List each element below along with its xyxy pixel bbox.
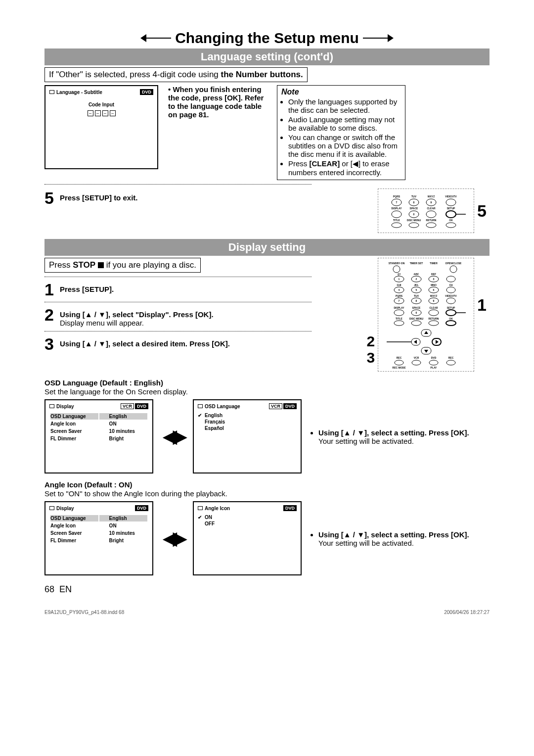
svg-text:WXYZ: WXYZ [427, 195, 434, 198]
svg-point-25 [409, 223, 419, 228]
svg-text:3: 3 [433, 278, 434, 281]
svg-text:JKL: JKL [414, 284, 418, 286]
svg-text:SETUP: SETUP [446, 306, 455, 309]
osd-lang-desc: Set the language for the On Screen displ… [44, 387, 188, 396]
svg-point-24 [392, 223, 401, 228]
svg-text:SETUP: SETUP [446, 207, 455, 210]
step-1: 1 Press [SETUP]. [44, 281, 321, 298]
svg-text:8: 8 [413, 201, 414, 204]
svg-point-71 [394, 310, 404, 316]
remote-full: STANDBY-ONTIMER SETTIMEROPEN/CLOSE @!ABC… [378, 258, 474, 372]
angle-icon-box: Angle IconDVD ON OFF [193, 501, 302, 575]
chapter-title: Changing the Setup menu [171, 30, 363, 47]
svg-point-98 [395, 360, 403, 365]
ornament-left [146, 38, 171, 39]
svg-point-84 [446, 321, 456, 326]
svg-text:DISC MENU: DISC MENU [409, 317, 423, 320]
svg-text:TUV: TUV [414, 294, 419, 297]
bidir-arrow-icon: ◀▶ [163, 426, 183, 447]
svg-point-99 [412, 360, 421, 365]
svg-point-83 [429, 321, 439, 326]
svg-text:DISPLAY: DISPLAY [391, 207, 402, 210]
svg-point-81 [394, 321, 404, 326]
svg-text:WXYZ: WXYZ [430, 294, 437, 297]
svg-text:PLAY: PLAY [430, 366, 437, 369]
svg-text:OPEN/CLOSE: OPEN/CLOSE [445, 262, 461, 265]
section-display: Display setting [44, 239, 490, 256]
callout-1: 1 [477, 296, 487, 313]
code-instruction: • When you finish entering the code, pre… [168, 85, 267, 119]
svg-text:STANDBY-ON: STANDBY-ON [388, 262, 404, 265]
callout-5: 5 [477, 202, 487, 219]
osd-lang-side: Using [▲ / ▼], select a setting. Press [… [312, 427, 469, 445]
osd-language-box: OSD LanguageVCRDVD English Français Espa… [193, 399, 302, 473]
svg-text:ABC: ABC [413, 273, 419, 276]
svg-text:VIDEO/TV: VIDEO/TV [445, 294, 457, 297]
svg-text:REC MODE: REC MODE [392, 366, 406, 369]
svg-point-15 [392, 211, 401, 218]
stop-icon [98, 262, 104, 268]
svg-text:TIMER SET: TIMER SET [409, 262, 423, 265]
chapter-header: Changing the Setup menu [44, 30, 490, 47]
note-item: Audio Language setting may not be availa… [288, 115, 401, 132]
svg-point-55 [446, 287, 455, 293]
svg-point-18 [426, 211, 436, 218]
svg-text:5: 5 [415, 288, 417, 291]
note-box: Note Only the languages supported by the… [277, 85, 405, 180]
svg-text:0: 0 [415, 311, 417, 314]
svg-text:DISPLAY: DISPLAY [394, 306, 404, 309]
display-intro: Press STOP if you are playing a disc. [44, 258, 201, 273]
svg-text:RETURN: RETURN [428, 317, 439, 320]
code-digits: –––– [49, 110, 153, 116]
note-title: Note [281, 88, 401, 96]
svg-text:SPACE: SPACE [412, 306, 421, 309]
svg-text:7: 7 [396, 201, 397, 204]
svg-text:RETURN: RETURN [426, 219, 436, 222]
print-footer: E9A12UD_PY90VG_p41-88.indd 68 2006/04/26… [44, 610, 490, 615]
svg-point-10 [446, 199, 456, 206]
svg-text:TIMER: TIMER [430, 262, 438, 265]
svg-text:PQRS: PQRS [393, 195, 400, 198]
note-item: Press [CLEAR] or [◀] to erase numbers en… [288, 159, 401, 177]
display-menu-box: DisplayVCRDVD OSD LanguageEnglish Angle … [44, 399, 153, 473]
svg-text:@!: @! [397, 273, 400, 276]
svg-text:DISC MENU: DISC MENU [407, 219, 421, 222]
angle-side: Using [▲ / ▼], select a setting. Press [… [312, 529, 469, 547]
osd-code-input: Language - Subtitle DVD Code Input –––– [44, 85, 158, 169]
svg-point-27 [446, 223, 456, 228]
step-3: 3 Using [▲ / ▼], select a desired item. … [44, 335, 321, 352]
osd-icon [49, 90, 54, 94]
section-language: Language setting (cont'd) [44, 48, 490, 65]
step-2: 2 Using [▲ / ▼], select "Display". Press… [44, 306, 321, 327]
svg-point-33 [393, 266, 400, 273]
svg-text:1: 1 [398, 278, 400, 281]
svg-point-101 [446, 360, 455, 365]
bidir-arrow-icon: ◀▶ [163, 528, 183, 549]
svg-text:8: 8 [415, 299, 417, 302]
svg-text:SPACE: SPACE [409, 207, 418, 210]
svg-point-82 [411, 321, 421, 326]
svg-text:2: 2 [415, 278, 417, 281]
badge-dvd: DVD [140, 89, 153, 95]
svg-text:TUV: TUV [411, 195, 417, 198]
note-item: You can change or switch off the subtitl… [288, 133, 401, 158]
svg-point-34 [450, 266, 457, 273]
divider [44, 184, 312, 185]
svg-text:VIDEO/TV: VIDEO/TV [445, 195, 457, 198]
callout-2: 2 [366, 333, 375, 349]
svg-text:PQRS: PQRS [395, 294, 402, 297]
svg-text:REC: REC [448, 356, 453, 359]
language-intro: If "Other" is selected, press 4-digit co… [44, 67, 308, 82]
svg-point-75 [446, 310, 456, 316]
callout-3: 3 [366, 349, 375, 366]
svg-text:7: 7 [398, 299, 400, 302]
svg-text:TITLE: TITLE [393, 219, 400, 222]
svg-text:TITLE: TITLE [396, 317, 403, 320]
svg-point-100 [429, 360, 438, 365]
svg-text:9: 9 [430, 201, 432, 204]
svg-text:CLEAR: CLEAR [429, 306, 438, 309]
remote-partial-top: PQRSTUVWXYZVIDEO/TV 7 8 9 DISPLAYSPACECL… [378, 189, 474, 233]
svg-text:OK: OK [449, 317, 453, 320]
svg-text:MNO: MNO [431, 284, 437, 286]
svg-text:REC: REC [396, 356, 401, 359]
